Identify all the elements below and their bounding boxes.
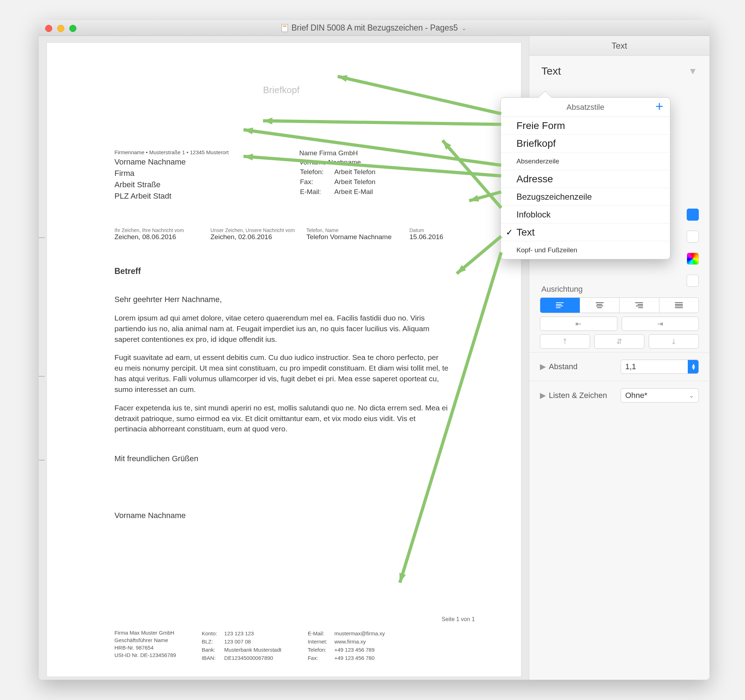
info-person: Vorname Nachname — [299, 158, 376, 167]
style-option[interactable]: Absenderzeile — [501, 153, 670, 170]
address-block[interactable]: Vorname Nachname Firma Arbeit Straße PLZ… — [114, 156, 186, 202]
lists-section[interactable]: ▶Listen & Zeichen Ohne* ⌄ — [529, 381, 709, 410]
paragraph-style-selector[interactable]: Text ▼ — [529, 56, 709, 86]
info-row: E-Mail:Arbeit E-Mail — [300, 187, 375, 196]
footer-row: IBAN:DE12345000067890 — [202, 654, 281, 662]
info-row: Telefon:Arbeit Telefon — [300, 168, 375, 176]
font-size-stepper[interactable] — [687, 209, 699, 221]
footer-row: Internet:www.firma.xy — [308, 638, 385, 645]
body-paragraph: Facer expetenda ius te, sint mundi aperi… — [114, 402, 449, 434]
footer-row: Konto:123 123 123 — [202, 630, 281, 637]
style-option[interactable]: Infoblock — [501, 206, 670, 223]
footer-row: Telefon:+49 123 456 789 — [308, 646, 385, 654]
addr-name: Vorname Nachname — [114, 156, 186, 168]
maximize-button[interactable] — [69, 25, 76, 32]
footer-row: BLZ:123 007 08 — [202, 638, 281, 645]
page: Briefkopf Firmenname • Musterstraße 1 • … — [46, 42, 521, 677]
footer[interactable]: Firma Max Muster GmbHGeschäftsführer Nam… — [114, 629, 489, 662]
align-left-button[interactable] — [540, 298, 580, 313]
stepper-icon: ▲▼ — [691, 363, 696, 370]
more-options-button[interactable] — [687, 275, 699, 287]
footer-row: Fax:+49 123 456 780 — [308, 654, 385, 662]
paragraph-styles-popover: Absatzstile + Freie FormBriefkopfAbsende… — [500, 97, 670, 259]
align-right-button[interactable] — [619, 298, 659, 313]
inspector-tab-text[interactable]: Text — [529, 36, 709, 56]
lists-label: Listen & Zeichen — [549, 391, 607, 400]
margin-mark — [39, 237, 45, 238]
closing[interactable]: Mit freundlichen Grüßen — [114, 454, 198, 463]
outdent-button[interactable]: ⇤ — [540, 317, 617, 331]
reference-item: Ihr Zeichen, Ihre Nachricht vomZeichen, … — [114, 227, 184, 241]
add-style-button[interactable]: + — [654, 101, 665, 113]
align-justify-button[interactable] — [659, 298, 699, 313]
margin-mark — [39, 460, 45, 461]
disclosure-icon: ▶ — [540, 362, 546, 371]
briefkopf-placeholder[interactable]: Briefkopf — [263, 85, 300, 96]
popover-title: Absatzstile — [567, 103, 604, 112]
footer-row: E-Mail:mustermax@firma.xy — [308, 630, 385, 637]
window-title: Brief DIN 5008 A mit Bezugszeichen - Pag… — [292, 23, 458, 33]
body-paragraph: Fugit suavitate ad eam, ut essent debiti… — [114, 352, 449, 395]
text-color-button[interactable] — [687, 253, 699, 265]
footer-line: HRB-Nr. 987654 — [114, 644, 176, 651]
body-text[interactable]: Lorem ipsum ad qui amet dolore, vitae ce… — [114, 313, 449, 442]
reference-item: Telefon, NameTelefon Vorname Nachname — [307, 227, 392, 241]
info-block[interactable]: Name Firma GmbH Vorname Nachname Telefon… — [299, 148, 376, 197]
footer-line: USt-ID Nr. DE-123456789 — [114, 651, 176, 659]
style-option[interactable]: Adresse — [501, 170, 670, 188]
valign-top-button[interactable]: ⤒ — [540, 334, 590, 349]
vertical-align-group: ⤒ ⇵ ⤓ — [540, 334, 699, 349]
addr-company: Firma — [114, 168, 186, 179]
list-style-select[interactable]: Ohne* ⌄ — [621, 388, 699, 402]
style-option[interactable]: Briefkopf — [501, 135, 670, 153]
close-button[interactable] — [45, 25, 52, 32]
align-center-button[interactable] — [580, 298, 620, 313]
line-spacing-select[interactable]: 1,1 ▲▼ — [621, 360, 699, 374]
indent-group: ⇤ ⇥ — [540, 317, 699, 331]
disclosure-icon: ▶ — [540, 391, 546, 400]
sender-line[interactable]: Firmenname • Musterstraße 1 • 12345 Must… — [114, 149, 229, 155]
chevron-down-icon: ▼ — [688, 66, 697, 77]
document-icon — [281, 24, 288, 32]
body-paragraph: Lorem ipsum ad qui amet dolore, vitae ce… — [114, 313, 449, 344]
info-row: Fax:Arbeit Telefon — [300, 177, 375, 187]
line-spacing-value: 1,1 — [625, 362, 636, 371]
titlebar: Brief DIN 5008 A mit Bezugszeichen - Pag… — [39, 20, 709, 36]
style-option[interactable]: Bezugszeichenzeile — [501, 188, 670, 206]
page-number: Seite 1 von 1 — [442, 616, 475, 622]
salutation[interactable]: Sehr geehrter Herr Nachname, — [114, 295, 222, 304]
style-option[interactable]: Text — [501, 223, 670, 241]
reference-item: Datum15.06.2016 — [410, 227, 443, 241]
indent-button[interactable]: ⇥ — [622, 317, 699, 331]
info-company: Name Firma GmbH — [299, 148, 376, 158]
style-option[interactable]: Kopf- und Fußzeilen — [501, 241, 670, 259]
current-style-name: Text — [542, 65, 561, 77]
minimize-button[interactable] — [57, 25, 64, 32]
traffic-lights — [45, 25, 76, 32]
footer-line: Firma Max Muster GmbH — [114, 629, 176, 636]
spacing-section[interactable]: ▶Abstand 1,1 ▲▼ — [529, 352, 709, 381]
style-option[interactable]: Freie Form — [501, 117, 670, 135]
text-align-group — [540, 298, 699, 313]
valign-bottom-button[interactable]: ⤓ — [649, 334, 699, 349]
alignment-section-title: Ausrichtung — [529, 278, 709, 298]
spacing-label: Abstand — [549, 362, 577, 371]
subject[interactable]: Betreff — [114, 266, 141, 276]
title-dropdown-icon[interactable]: ⌄ — [461, 24, 467, 32]
footer-row: Bank:Musterbank Musterstadt — [202, 646, 281, 654]
addr-street: Arbeit Straße — [114, 179, 186, 190]
reference-item: Unser Zeichen, Unsere Nachricht vomZeich… — [210, 227, 295, 241]
valign-middle-button[interactable]: ⇵ — [594, 334, 645, 349]
signature[interactable]: Vorname Nachname — [114, 511, 186, 520]
footer-line: Geschäftsführer Name — [114, 636, 176, 644]
margin-mark — [39, 376, 45, 377]
text-style-button[interactable] — [687, 230, 699, 243]
chevron-down-icon: ⌄ — [689, 392, 694, 399]
list-style-value: Ohne* — [625, 391, 647, 400]
document-canvas[interactable]: Briefkopf Firmenname • Musterstraße 1 • … — [39, 36, 529, 680]
addr-city: PLZ Arbeit Stadt — [114, 190, 186, 202]
